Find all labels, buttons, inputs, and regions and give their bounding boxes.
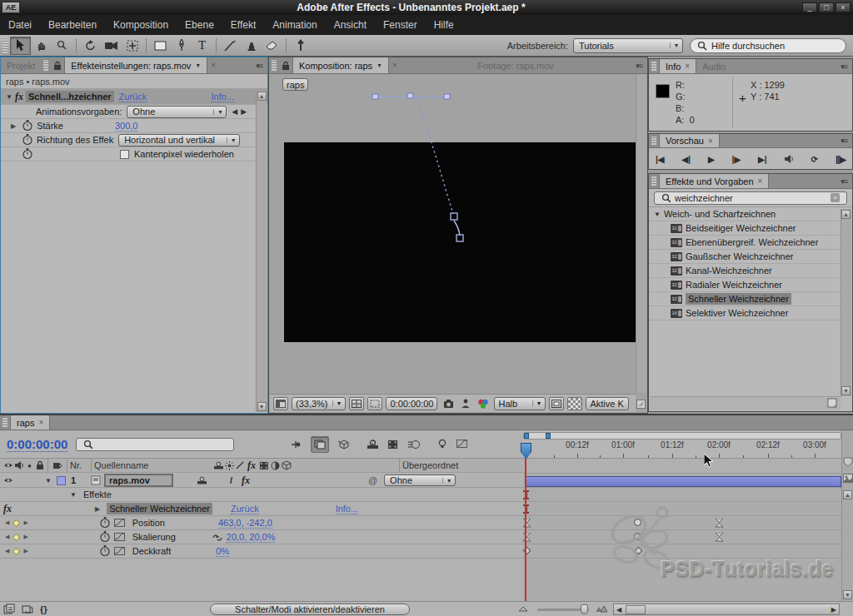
work-area-bar[interactable]	[523, 432, 841, 440]
column-nr[interactable]: Nr.	[70, 460, 88, 470]
kf-prev-icon[interactable]: ◀	[5, 548, 9, 554]
adjustment-column-icon[interactable]	[270, 461, 281, 470]
graph-editor-icon[interactable]	[456, 440, 469, 449]
panel-menu-icon[interactable]: ▾≡	[836, 59, 852, 73]
tab-close-icon[interactable]: ×	[758, 176, 763, 186]
position-value[interactable]: 463,0, -242,0	[218, 518, 272, 529]
ram-preview-button[interactable]: |||▶	[836, 155, 846, 164]
strength-value[interactable]: 300,0	[115, 121, 138, 132]
brainstorm-icon[interactable]	[436, 439, 448, 450]
tab-komposition[interactable]: Komposition: raps ▼	[292, 57, 389, 73]
audio-column-icon[interactable]	[14, 460, 25, 470]
time-ruler[interactable]: 00:12f 01:00f 01:12f 02:00f 02:12f 03:00…	[523, 430, 841, 459]
list-item[interactable]: 32Gaußscher Weichzeichner	[649, 250, 852, 264]
expand-closed-icon[interactable]: ▶	[11, 122, 16, 130]
kf-current-icon[interactable]	[12, 519, 21, 527]
shape-tool[interactable]	[150, 37, 171, 55]
snapshot-icon[interactable]	[441, 399, 456, 409]
kf-current-icon[interactable]	[12, 533, 21, 541]
list-item[interactable]: 32Kanal-Weichzeichner	[649, 264, 852, 278]
tab-projekt[interactable]: Projekt	[1, 57, 41, 73]
video-column-icon[interactable]	[2, 461, 14, 469]
scale-label[interactable]: Skalierung	[132, 532, 176, 542]
tab-vorschau[interactable]: Vorschau×	[659, 134, 720, 147]
list-item[interactable]: 32Beidseitiger Weichzeichner	[649, 221, 852, 236]
stopwatch-icon[interactable]	[22, 121, 33, 132]
layer-visibility-icon[interactable]	[2, 476, 14, 484]
graph-icon[interactable]	[114, 519, 126, 528]
draft-3d-icon[interactable]	[337, 439, 350, 450]
keyframe-easy-ease[interactable]	[716, 533, 724, 542]
layer-shy-switch[interactable]	[197, 476, 208, 485]
loop-icon[interactable]: ⟳	[811, 155, 818, 164]
new-preset-icon[interactable]	[827, 398, 837, 410]
zoom-in-mountains-icon[interactable]	[595, 605, 608, 613]
scroll-right-icon[interactable]: ▶	[831, 606, 836, 614]
stopwatch-icon[interactable]	[100, 532, 111, 543]
frame-blend-column-icon[interactable]	[235, 461, 245, 469]
threed-column-icon[interactable]	[281, 460, 292, 471]
kf-next-icon[interactable]: ▶	[23, 519, 27, 526]
opacity-value[interactable]: 0%	[216, 546, 229, 557]
timeline-zoom-slider[interactable]	[537, 609, 589, 611]
menu-bearbeiten[interactable]: Bearbeiten	[40, 15, 105, 35]
hand-tool[interactable]	[31, 37, 52, 55]
effects-scrollbar[interactable]: ▲ ▼	[841, 209, 851, 396]
scroll-up-icon[interactable]: ▲	[257, 92, 267, 101]
scroll-down-icon[interactable]: ▼	[841, 386, 851, 395]
toolbar-grip[interactable]	[2, 37, 7, 54]
fx-column-icon[interactable]: fx	[245, 460, 258, 472]
menu-animation[interactable]: Animation	[264, 15, 325, 35]
stopwatch-icon[interactable]	[22, 149, 33, 160]
effects-group-row[interactable]: ▼ Effekte	[0, 488, 523, 502]
preset-prev-icon[interactable]: ◀	[232, 107, 237, 116]
type-tool[interactable]: T	[192, 37, 212, 55]
target-region-icon[interactable]	[549, 397, 564, 410]
menu-fenster[interactable]: Fenster	[375, 15, 426, 35]
composition-timecode[interactable]: 0:00:00:00	[386, 397, 437, 410]
camera-tool[interactable]	[101, 37, 122, 55]
effects-group-row[interactable]: ▼ Weich- und Scharfzeichnen	[649, 207, 852, 221]
stopwatch-icon[interactable]	[22, 135, 33, 146]
effect-info-link[interactable]: Info...	[336, 504, 359, 514]
workspace-dropdown[interactable]: Tutorials▼	[573, 38, 683, 53]
tab-audio[interactable]: Audio	[696, 59, 731, 73]
transparency-grid-icon[interactable]	[567, 397, 582, 410]
presets-dropdown[interactable]: Ohne▼	[127, 106, 227, 118]
effects-column-icon[interactable]	[224, 461, 235, 470]
maximize-button[interactable]: □	[819, 2, 834, 12]
kf-current-icon[interactable]	[12, 547, 21, 555]
kf-prev-icon[interactable]: ◀	[5, 534, 9, 540]
keyframe-easy-ease[interactable]	[716, 519, 724, 528]
view-layout-icon[interactable]	[273, 397, 288, 410]
solo-column-icon[interactable]: ●	[25, 462, 34, 469]
layer-expand-icon[interactable]: ▼	[45, 477, 57, 484]
scroll-left-icon[interactable]: ◀	[616, 606, 621, 614]
lock-column-icon[interactable]	[34, 460, 45, 470]
effect-name[interactable]: Schnell...hzeichner	[26, 91, 114, 102]
scroll-up-icon[interactable]: ▲	[841, 210, 851, 219]
region-of-interest-icon[interactable]	[367, 397, 382, 410]
comp-mini-flowchart-icon[interactable]	[291, 440, 302, 450]
menu-effekt[interactable]: Effekt	[222, 15, 264, 35]
composition-crumb[interactable]: raps	[282, 78, 308, 91]
rotation-tool[interactable]	[80, 37, 101, 55]
tab-dropdown-icon[interactable]: ▼	[377, 62, 382, 68]
menu-komposition[interactable]: Komposition	[105, 15, 177, 35]
motion-blur-column-icon[interactable]	[258, 461, 270, 469]
transfer-controls-pane-icon[interactable]	[22, 604, 33, 614]
panel-menu-icon[interactable]: ▾≡	[251, 57, 267, 73]
search-clear-icon[interactable]: ×	[831, 193, 840, 202]
graph-icon[interactable]	[114, 547, 126, 556]
layer-duration-bar[interactable]	[525, 476, 841, 487]
clone-stamp-tool[interactable]	[241, 37, 262, 55]
scale-value[interactable]: 20,0, 20,0%	[227, 532, 276, 543]
graph-icon[interactable]	[114, 533, 126, 542]
panel-menu-icon[interactable]: ▾≡	[631, 57, 647, 73]
direction-dropdown[interactable]: Horizontal und vertikal▼	[118, 134, 240, 147]
kf-next-icon[interactable]: ▶	[23, 548, 27, 554]
expand-closed-icon[interactable]: ▶	[95, 505, 100, 513]
layer-row[interactable]: ▼ 1 raps.mov / fx @ Ohne▼	[0, 474, 523, 488]
list-item[interactable]: 32Ebenenübergreif. Weichzeichner	[649, 236, 852, 250]
layer-quality-switch[interactable]: /	[230, 475, 242, 485]
